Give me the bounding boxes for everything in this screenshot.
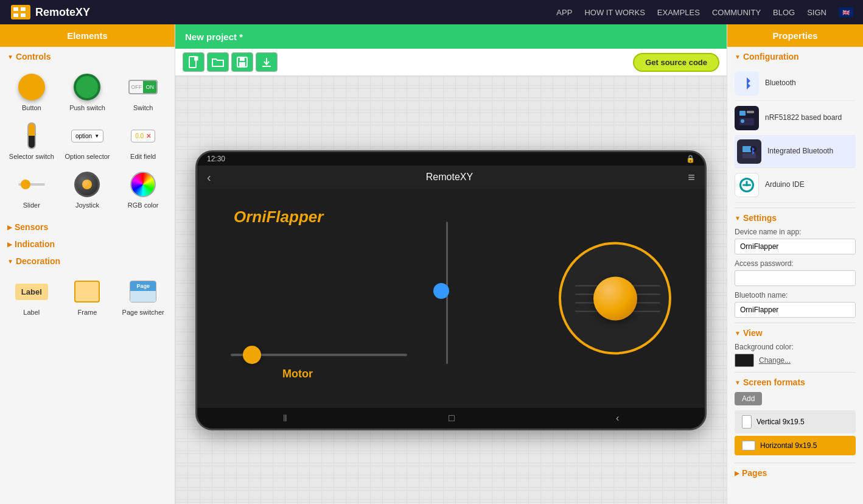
- screen-formats-title: Screen formats: [735, 377, 856, 387]
- settings-title: Settings: [735, 213, 856, 223]
- frame-element-label: Frame: [78, 309, 97, 316]
- joystick-widget[interactable]: [559, 242, 671, 355]
- nav-how-it-works[interactable]: HOW IT WORKS: [584, 8, 645, 17]
- phone-nav-back-icon[interactable]: ‹: [616, 413, 619, 424]
- option-selector-label: Option selector: [65, 153, 110, 160]
- phone-lock-icon: 🔒: [686, 155, 695, 163]
- section-indication[interactable]: Indication: [0, 234, 175, 251]
- section-sensors[interactable]: Sensors: [0, 217, 175, 234]
- joystick-icon: [72, 170, 102, 199]
- access-password-input[interactable]: [735, 270, 856, 286]
- bg-color-row: Change...: [735, 354, 856, 367]
- logo-text: RemoteXY: [35, 6, 90, 19]
- device-name-label: Device name in app:: [735, 228, 856, 236]
- svg-rect-8: [239, 62, 245, 66]
- phone-app-bar: ‹ RemoteXY ≡: [197, 166, 705, 189]
- switch-icon: OFF ON: [128, 72, 158, 102]
- element-button[interactable]: Button: [5, 69, 58, 115]
- section-controls[interactable]: Controls: [0, 47, 175, 64]
- bluetooth-config-label: Bluetooth: [765, 79, 796, 88]
- selector-switch-label: Selector switch: [9, 153, 54, 160]
- int-bt-config-label: Integrated Bluetooth: [767, 147, 833, 156]
- page-switcher-element-label: Page switcher: [122, 309, 164, 316]
- change-color-button[interactable]: Change...: [759, 356, 791, 365]
- motor-label: Motor: [282, 368, 313, 380]
- svg-rect-7: [240, 57, 245, 61]
- canvas-grid[interactable]: 12:30 🔒 ‹ RemoteXY ≡ OrniFlapper: [175, 76, 727, 504]
- flag-uk[interactable]: 🇬🇧: [839, 7, 853, 17]
- download-button[interactable]: [256, 52, 278, 72]
- element-edit-field[interactable]: 0.0 ✕ Edit field: [116, 117, 170, 164]
- canvas-toolbar: Get source code: [175, 49, 727, 76]
- pages-title[interactable]: Pages: [735, 468, 856, 478]
- config-bluetooth[interactable]: Bluetooth: [735, 66, 856, 101]
- svg-rect-4: [21, 13, 26, 17]
- element-slider[interactable]: Slider: [5, 166, 58, 212]
- element-frame[interactable]: Frame: [61, 273, 114, 320]
- vertical-format-label: Vertical 9x19.5: [756, 418, 805, 426]
- element-joystick[interactable]: Joystick: [61, 166, 114, 212]
- phone-time: 12:30: [207, 155, 225, 163]
- element-switch[interactable]: OFF ON Switch: [116, 69, 170, 115]
- save-button[interactable]: [231, 52, 253, 72]
- push-switch-label: Push switch: [69, 104, 105, 111]
- option-selector-icon: option ▼: [72, 121, 102, 150]
- element-option-selector[interactable]: option ▼ Option selector: [61, 117, 114, 164]
- section-decoration[interactable]: Decoration: [0, 251, 175, 268]
- blue-indicator-dot: [433, 283, 449, 299]
- page-switcher-icon: Page: [128, 277, 158, 306]
- phone-menu-button[interactable]: ≡: [688, 170, 695, 184]
- element-rgb-color[interactable]: RGB color: [116, 166, 170, 212]
- edit-field-icon: 0.0 ✕: [128, 121, 158, 150]
- element-page-switcher[interactable]: Page Page switcher: [116, 273, 170, 320]
- config-integrated-bluetooth[interactable]: Integrated Bluetooth: [735, 136, 856, 168]
- center-canvas: New project * Get source code: [175, 24, 727, 504]
- element-selector-switch[interactable]: Selector switch: [5, 117, 58, 164]
- slider-icon: [17, 170, 46, 199]
- phone-back-button[interactable]: ‹: [207, 170, 211, 184]
- push-switch-icon: [72, 72, 102, 102]
- label-icon: Label: [17, 277, 46, 306]
- phone-nav-menu-icon[interactable]: ⦀: [283, 413, 287, 424]
- element-label[interactable]: Label Label: [5, 273, 58, 320]
- settings-section: Settings Device name in app: Access pass…: [727, 208, 863, 323]
- device-name-input[interactable]: [735, 239, 856, 254]
- switch-label: Switch: [133, 104, 153, 111]
- new-file-button[interactable]: [183, 52, 204, 72]
- bg-color-swatch[interactable]: [735, 354, 754, 367]
- slider-widget[interactable]: [231, 354, 407, 356]
- slider-label: Slider: [23, 201, 40, 209]
- config-nrf51822[interactable]: nRF51822 based board: [735, 101, 856, 136]
- nav-examples[interactable]: EXAMPLES: [657, 8, 700, 17]
- svg-rect-1: [13, 7, 18, 11]
- folder-button[interactable]: [207, 52, 229, 72]
- horizontal-format-label: Horizontal 9x19.5: [760, 441, 817, 450]
- svg-rect-3: [13, 13, 18, 17]
- main-layout: Elements Controls Button Push switch: [0, 24, 863, 504]
- nav-community[interactable]: COMMUNITY: [712, 8, 761, 17]
- nav-app[interactable]: APP: [556, 8, 572, 17]
- screen-formats-section: Screen formats Add Vertical 9x19.5 Horiz…: [727, 373, 863, 463]
- format-horizontal[interactable]: Horizontal 9x19.5: [735, 436, 856, 455]
- svg-rect-16: [742, 146, 751, 152]
- phone-mockup: 12:30 🔒 ‹ RemoteXY ≡ OrniFlapper: [195, 150, 707, 430]
- format-vertical[interactable]: Vertical 9x19.5: [735, 410, 856, 433]
- add-format-button[interactable]: Add: [735, 392, 762, 405]
- bluetooth-config-icon: [735, 71, 759, 96]
- arduino-config-label: Arduino IDE: [765, 180, 805, 190]
- phone-nav-home-icon[interactable]: □: [449, 413, 455, 424]
- rgb-color-label: RGB color: [128, 201, 159, 209]
- right-panel-header: Properties: [727, 24, 863, 47]
- app-title-text: OrniFlapper: [234, 208, 323, 226]
- left-panel-header: Elements: [0, 24, 175, 47]
- config-arduino-ide[interactable]: Arduino IDE: [735, 168, 856, 203]
- left-panel: Elements Controls Button Push switch: [0, 24, 175, 504]
- svg-rect-2: [21, 7, 26, 11]
- element-push-switch[interactable]: Push switch: [61, 69, 114, 115]
- nav-blog[interactable]: BLOG: [773, 8, 795, 17]
- bluetooth-name-input[interactable]: [735, 302, 856, 318]
- top-nav: RemoteXY APP HOW IT WORKS EXAMPLES COMMU…: [0, 0, 863, 24]
- svg-rect-0: [11, 5, 30, 19]
- get-source-code-button[interactable]: Get source code: [633, 53, 719, 72]
- nav-sign[interactable]: SIGN: [807, 8, 826, 17]
